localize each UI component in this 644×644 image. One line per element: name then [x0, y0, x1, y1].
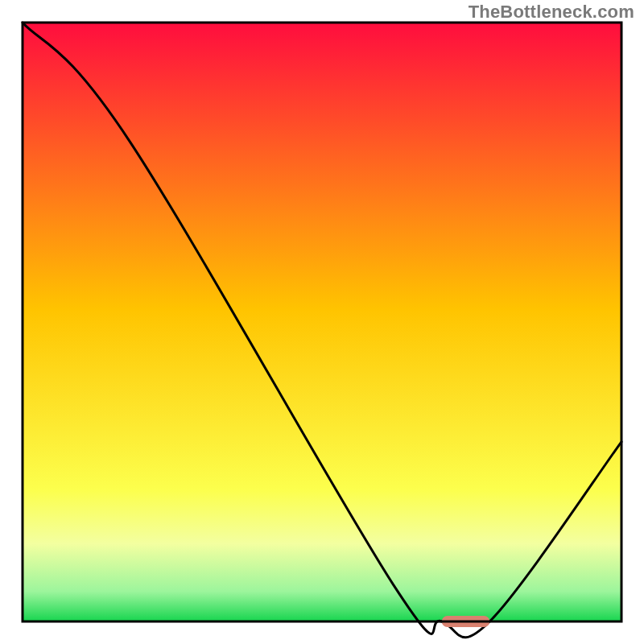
- bottleneck-line-chart: [0, 0, 644, 644]
- chart-container: TheBottleneck.com: [0, 0, 644, 644]
- watermark-text: TheBottleneck.com: [469, 2, 634, 23]
- chart-background: [23, 23, 621, 621]
